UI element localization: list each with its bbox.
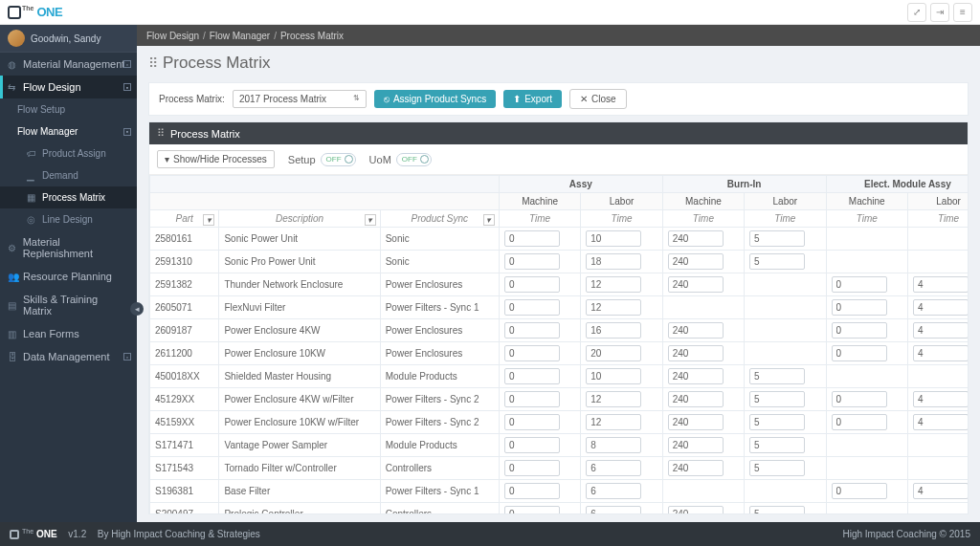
- time-input[interactable]: [504, 276, 560, 293]
- sidebar-item-line-design[interactable]: ◎ Line Design: [0, 208, 137, 230]
- sidebar-item-data-management[interactable]: 🗄 Data Management ▫: [0, 345, 137, 368]
- time-input[interactable]: [832, 345, 887, 361]
- sidebar-item-flow-design[interactable]: ⇆ Flow Design ▪: [0, 76, 137, 98]
- time-input[interactable]: [668, 322, 724, 339]
- col-header-description[interactable]: Description ▾: [219, 210, 380, 228]
- time-input[interactable]: [832, 322, 887, 339]
- sidebar-item-resource-planning[interactable]: 👥 Resource Planning: [0, 265, 137, 288]
- process-matrix-grid[interactable]: Assy Burn-In Elect. Module Assy External…: [149, 175, 968, 513]
- time-input[interactable]: [504, 322, 560, 339]
- sidebar-item-lean-forms[interactable]: ▥ Lean Forms: [0, 322, 137, 345]
- time-input[interactable]: [586, 368, 641, 384]
- time-input[interactable]: [504, 460, 560, 476]
- time-input[interactable]: [832, 391, 887, 407]
- sidebar-item-process-matrix[interactable]: ▦ Process Matrix: [0, 186, 137, 208]
- time-input[interactable]: [832, 276, 887, 293]
- sidebar-item-product-assign[interactable]: 🏷 Product Assign: [0, 142, 137, 164]
- time-input[interactable]: [749, 506, 805, 513]
- time-input[interactable]: [504, 368, 560, 384]
- time-input[interactable]: [586, 345, 641, 361]
- filter-icon[interactable]: ▾: [365, 214, 376, 226]
- time-input[interactable]: [913, 345, 968, 361]
- time-input[interactable]: [586, 299, 641, 316]
- cell-description: Sonic Pro Power Unit: [219, 251, 380, 273]
- time-input[interactable]: [586, 322, 641, 339]
- sidebar-item-skills-training[interactable]: ▤ Skills & Training Matrix: [0, 288, 137, 322]
- time-input[interactable]: [668, 345, 724, 361]
- time-input[interactable]: [586, 276, 641, 293]
- time-input[interactable]: [586, 506, 641, 513]
- time-input[interactable]: [586, 460, 641, 476]
- time-input[interactable]: [832, 483, 887, 499]
- uom-toggle[interactable]: OFF: [396, 153, 432, 166]
- time-input[interactable]: [913, 276, 968, 293]
- time-input[interactable]: [668, 391, 724, 407]
- time-input[interactable]: [668, 253, 724, 270]
- time-input[interactable]: [504, 299, 560, 316]
- breadcrumb-item[interactable]: Flow Manager: [210, 31, 270, 41]
- time-input[interactable]: [749, 253, 805, 270]
- show-hide-processes-button[interactable]: ▾ Show/Hide Processes: [157, 150, 275, 168]
- time-input[interactable]: [668, 506, 724, 513]
- assign-product-syncs-button[interactable]: ⎋ Assign Product Syncs: [374, 90, 496, 108]
- time-input[interactable]: [586, 437, 641, 453]
- sidebar-collapse-toggle[interactable]: ◂: [130, 302, 144, 316]
- user-row[interactable]: Goodwin, Sandy: [0, 25, 137, 53]
- time-input[interactable]: [913, 299, 968, 316]
- time-input[interactable]: [504, 437, 560, 453]
- matrix-select[interactable]: 2017 Process Matrix ⇅: [233, 90, 367, 108]
- brand-logo[interactable]: The ONE: [8, 5, 62, 19]
- time-header: Time: [499, 210, 580, 228]
- time-input[interactable]: [586, 414, 641, 430]
- time-input[interactable]: [504, 230, 560, 247]
- time-input[interactable]: [668, 230, 724, 247]
- time-input[interactable]: [913, 414, 968, 430]
- time-input[interactable]: [749, 437, 805, 453]
- time-input[interactable]: [668, 460, 724, 476]
- time-input[interactable]: [504, 253, 560, 270]
- setup-toggle[interactable]: OFF: [321, 153, 356, 166]
- time-input[interactable]: [504, 391, 560, 407]
- time-input[interactable]: [749, 230, 805, 247]
- col-header-part[interactable]: Part ▾: [150, 210, 219, 228]
- time-input[interactable]: [913, 483, 968, 499]
- settings-button[interactable]: ≡: [953, 3, 972, 22]
- time-input[interactable]: [749, 368, 805, 384]
- close-button[interactable]: ✕ Close: [569, 89, 627, 109]
- time-input[interactable]: [504, 414, 560, 430]
- time-input[interactable]: [749, 391, 805, 407]
- filter-icon[interactable]: ▾: [483, 214, 495, 226]
- time-input[interactable]: [504, 506, 560, 513]
- fullscreen-button[interactable]: ⤢: [907, 3, 926, 22]
- cell-value: [662, 503, 744, 514]
- time-input[interactable]: [668, 276, 724, 293]
- sidebar-item-material-management[interactable]: ◍ Material Management ▫: [0, 53, 137, 76]
- time-input[interactable]: [749, 414, 805, 430]
- time-input[interactable]: [668, 437, 724, 453]
- sidebar-item-material-replenishment[interactable]: ⚙ Material Replenishment: [0, 230, 137, 265]
- export-button[interactable]: ⬆ Export: [503, 90, 562, 108]
- time-input[interactable]: [586, 230, 641, 247]
- database-icon: 🗄: [8, 352, 17, 362]
- time-input[interactable]: [668, 368, 724, 384]
- time-input[interactable]: [504, 483, 560, 499]
- time-input[interactable]: [586, 253, 641, 270]
- time-input[interactable]: [749, 460, 805, 476]
- col-header-product-sync[interactable]: Product Sync ▾: [380, 210, 499, 228]
- breadcrumb-item[interactable]: Flow Design: [146, 31, 199, 41]
- time-input[interactable]: [586, 391, 641, 407]
- time-input[interactable]: [504, 345, 560, 361]
- cell-value: [662, 342, 744, 365]
- time-input[interactable]: [586, 483, 641, 499]
- sidebar-item-flow-manager[interactable]: Flow Manager ▪: [0, 120, 137, 142]
- cell-value: [745, 319, 826, 342]
- time-input[interactable]: [832, 299, 887, 316]
- filter-icon[interactable]: ▾: [203, 214, 214, 226]
- time-input[interactable]: [668, 414, 724, 430]
- time-input[interactable]: [832, 414, 887, 430]
- time-input[interactable]: [913, 322, 968, 339]
- sidebar-item-demand[interactable]: ▁ Demand: [0, 164, 137, 186]
- logout-button[interactable]: ⇥: [930, 3, 949, 22]
- time-input[interactable]: [913, 391, 968, 407]
- sidebar-item-flow-setup[interactable]: Flow Setup: [0, 98, 137, 120]
